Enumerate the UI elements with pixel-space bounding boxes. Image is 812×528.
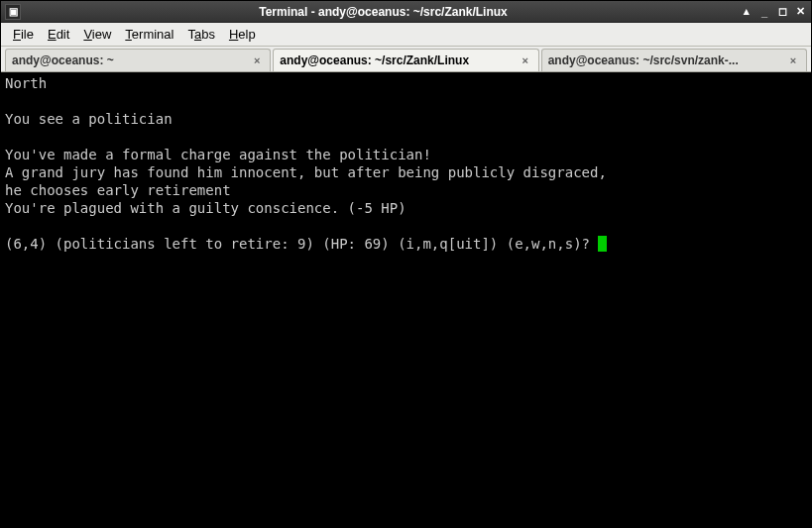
app-icon: ▣	[5, 4, 21, 20]
menubar: File Edit View Terminal Tabs Help	[1, 23, 811, 47]
tab-zank-linux[interactable]: andy@oceanus: ~/src/Zank/Linux ×	[273, 49, 538, 71]
tab-svn-zank[interactable]: andy@oceanus: ~/src/svn/zank-... ×	[541, 49, 807, 71]
menu-terminal[interactable]: Terminal	[119, 25, 179, 44]
menu-file[interactable]: File	[7, 25, 40, 44]
maximize-button[interactable]: ◻	[775, 5, 789, 19]
terminal-line: A grand jury has found him innocent, but…	[5, 164, 607, 180]
close-button[interactable]: ✕	[793, 5, 807, 19]
terminal-output[interactable]: North You see a politician You've made a…	[1, 72, 811, 527]
menu-help[interactable]: Help	[223, 25, 262, 44]
terminal-line: You're plagued with a guilty conscience.…	[5, 200, 406, 216]
tabbar: andy@oceanus: ~ × andy@oceanus: ~/src/Za…	[1, 47, 811, 72]
window-frame: ▣ Terminal - andy@oceanus: ~/src/Zank/Li…	[0, 0, 812, 528]
window-controls: ▴ _ ◻ ✕	[740, 5, 807, 19]
tab-label: andy@oceanus: ~	[12, 53, 114, 67]
menu-edit[interactable]: Edit	[42, 25, 75, 44]
titlebar[interactable]: ▣ Terminal - andy@oceanus: ~/src/Zank/Li…	[1, 1, 811, 23]
minimize-button[interactable]: _	[757, 5, 771, 19]
tab-close-icon[interactable]: ×	[786, 53, 800, 67]
terminal-prompt: (6,4) (politicians left to retire: 9) (H…	[5, 236, 598, 252]
menu-view[interactable]: View	[77, 25, 117, 44]
menu-tabs[interactable]: Tabs	[181, 25, 220, 44]
tab-label: andy@oceanus: ~/src/Zank/Linux	[280, 53, 469, 67]
window-title: Terminal - andy@oceanus: ~/src/Zank/Linu…	[27, 5, 740, 19]
tab-close-icon[interactable]: ×	[250, 53, 264, 67]
terminal-line: You see a politician	[5, 111, 173, 127]
terminal-line: North	[5, 75, 47, 91]
tab-label: andy@oceanus: ~/src/svn/zank-...	[548, 53, 739, 67]
tab-home[interactable]: andy@oceanus: ~ ×	[5, 49, 271, 71]
shade-button[interactable]: ▴	[740, 5, 754, 19]
terminal-line: You've made a formal charge against the …	[5, 147, 431, 162]
cursor-icon	[598, 236, 607, 252]
terminal-line: he chooses early retirement	[5, 182, 231, 198]
tab-close-icon[interactable]: ×	[519, 53, 532, 67]
